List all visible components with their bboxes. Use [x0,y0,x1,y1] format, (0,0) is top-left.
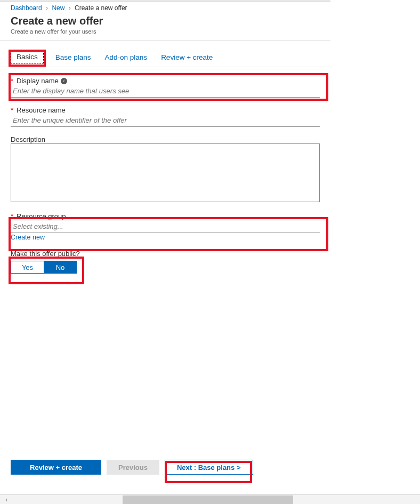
field-public-toggle: Make this offer public? Yes No [11,250,320,274]
review-create-button[interactable]: Review + create [11,460,101,475]
field-description: Description [11,135,320,204]
breadcrumb: Dashboard › New › Create a new offer [0,2,330,13]
page-subtitle: Create a new offer for your users [11,28,320,35]
public-toggle-no[interactable]: No [44,261,77,274]
scroll-left-icon[interactable]: ‹ [0,495,13,505]
breadcrumb-dashboard[interactable]: Dashboard [11,4,42,12]
resource-group-label: Resource group [17,212,66,220]
tab-review-create[interactable]: Review + create [159,50,215,67]
create-new-link[interactable]: Create new [11,234,45,241]
page-title: Create a new offer [11,15,320,27]
breadcrumb-current: Create a new offer [75,4,127,12]
display-name-label: Display name [17,77,59,85]
wizard-footer: Review + create Previous Next : Base pla… [0,451,330,486]
breadcrumb-new[interactable]: New [52,4,64,12]
tab-bar: Basics Base plans Add-on plans Review + … [0,41,330,67]
horizontal-scrollbar[interactable]: ‹ [0,494,420,504]
chevron-right-icon: › [46,4,48,12]
resource-group-select[interactable] [11,220,320,233]
display-name-input[interactable] [11,85,320,98]
form-basics: * Display name i * Resource name Descrip… [0,67,330,274]
resource-name-input[interactable] [11,114,320,127]
chevron-right-icon: › [69,4,71,12]
field-resource-name: * Resource name [11,106,320,127]
required-asterisk: * [11,77,13,85]
description-label: Description [11,135,45,143]
resource-name-label: Resource name [17,106,66,114]
field-resource-group: * Resource group Create new [11,212,320,241]
tab-base-plans[interactable]: Base plans [53,50,93,67]
public-toggle-yes[interactable]: Yes [11,261,44,274]
description-input[interactable] [11,143,320,202]
previous-button: Previous [107,460,159,475]
required-asterisk: * [11,212,13,220]
scrollbar-thumb[interactable] [123,495,293,504]
tab-addon-plans[interactable]: Add-on plans [103,50,150,67]
next-button[interactable]: Next : Base plans > [165,460,253,475]
required-asterisk: * [11,106,13,114]
public-toggle-label: Make this offer public? [11,250,80,258]
info-icon[interactable]: i [61,78,67,84]
page-header: Create a new offer Create a new offer fo… [0,13,330,41]
tab-basics[interactable]: Basics [11,50,44,63]
field-display-name: * Display name i [11,77,320,98]
